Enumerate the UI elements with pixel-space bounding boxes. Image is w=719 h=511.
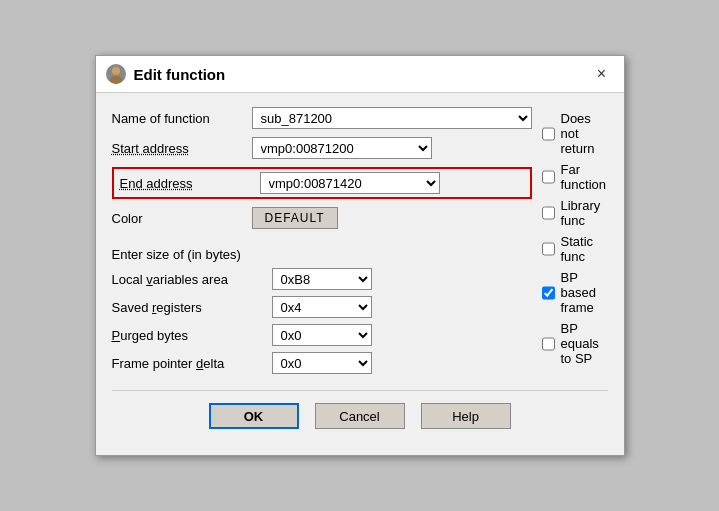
- right-panel: Does not return Far function Library fun…: [542, 111, 608, 380]
- color-label: Color: [112, 211, 252, 226]
- local-var-row: Local variables area 0xB8: [112, 268, 532, 290]
- left-panel: Name of function sub_871200 Start addres…: [112, 107, 532, 380]
- bp-based-frame-checkbox[interactable]: [542, 286, 555, 300]
- local-var-label: Local variables area: [112, 272, 272, 287]
- start-control: vmp0:00871200: [252, 137, 432, 159]
- frame-select[interactable]: 0x0: [272, 352, 372, 374]
- purged-label: Purged bytes: [112, 328, 272, 343]
- does-not-return-checkbox[interactable]: [542, 127, 555, 141]
- bp-based-frame-label: BP based frame: [561, 270, 608, 315]
- checkbox-far-function: Far function: [542, 162, 608, 192]
- svg-point-1: [110, 76, 122, 84]
- title-bar-left: Edit function: [106, 64, 226, 84]
- checkbox-does-not-return: Does not return: [542, 111, 608, 156]
- start-select[interactable]: vmp0:00871200: [252, 137, 432, 159]
- title-bar: Edit function ×: [96, 56, 624, 93]
- checkbox-bp-equals-sp: BP equals to SP: [542, 321, 608, 366]
- static-func-checkbox[interactable]: [542, 242, 555, 256]
- name-row: Name of function sub_871200: [112, 107, 532, 129]
- svg-point-0: [112, 67, 120, 75]
- footer: OK Cancel Help: [112, 390, 608, 443]
- bp-equals-sp-checkbox[interactable]: [542, 337, 555, 351]
- end-address-row: End address vmp0:00871420: [112, 167, 532, 199]
- end-label: End address: [120, 176, 260, 191]
- purged-row: Purged bytes 0x0: [112, 324, 532, 346]
- dialog-body: Name of function sub_871200 Start addres…: [96, 93, 624, 455]
- cancel-button[interactable]: Cancel: [315, 403, 405, 429]
- checkbox-library-func: Library func: [542, 198, 608, 228]
- color-row: Color DEFAULT: [112, 207, 532, 229]
- checkbox-bp-based-frame: BP based frame: [542, 270, 608, 315]
- close-button[interactable]: ×: [590, 62, 614, 86]
- far-function-checkbox[interactable]: [542, 170, 555, 184]
- start-label: Start address: [112, 141, 252, 156]
- saved-reg-row: Saved registers 0x4: [112, 296, 532, 318]
- frame-label: Frame pointer delta: [112, 356, 272, 371]
- end-control: vmp0:00871420: [260, 172, 440, 194]
- far-function-label: Far function: [561, 162, 608, 192]
- bp-equals-sp-label: BP equals to SP: [561, 321, 608, 366]
- frame-row: Frame pointer delta 0x0: [112, 352, 532, 374]
- color-button[interactable]: DEFAULT: [252, 207, 338, 229]
- library-func-checkbox[interactable]: [542, 206, 555, 220]
- name-label: Name of function: [112, 111, 252, 126]
- name-control: sub_871200: [252, 107, 532, 129]
- start-address-row: Start address vmp0:00871200: [112, 137, 532, 159]
- spacer: [112, 237, 532, 247]
- purged-select[interactable]: 0x0: [272, 324, 372, 346]
- library-func-label: Library func: [561, 198, 608, 228]
- color-control: DEFAULT: [252, 207, 338, 229]
- static-func-label: Static func: [561, 234, 608, 264]
- size-section-label: Enter size of (in bytes): [112, 247, 532, 262]
- saved-reg-select[interactable]: 0x4: [272, 296, 372, 318]
- saved-reg-label: Saved registers: [112, 300, 272, 315]
- does-not-return-label: Does not return: [561, 111, 608, 156]
- edit-function-dialog: Edit function × Name of function sub_871…: [95, 55, 625, 456]
- dialog-title: Edit function: [134, 66, 226, 83]
- ok-button[interactable]: OK: [209, 403, 299, 429]
- main-content: Name of function sub_871200 Start addres…: [112, 107, 608, 380]
- end-select[interactable]: vmp0:00871420: [260, 172, 440, 194]
- help-button[interactable]: Help: [421, 403, 511, 429]
- app-icon: [106, 64, 126, 84]
- name-select[interactable]: sub_871200: [252, 107, 532, 129]
- local-var-select[interactable]: 0xB8: [272, 268, 372, 290]
- checkbox-static-func: Static func: [542, 234, 608, 264]
